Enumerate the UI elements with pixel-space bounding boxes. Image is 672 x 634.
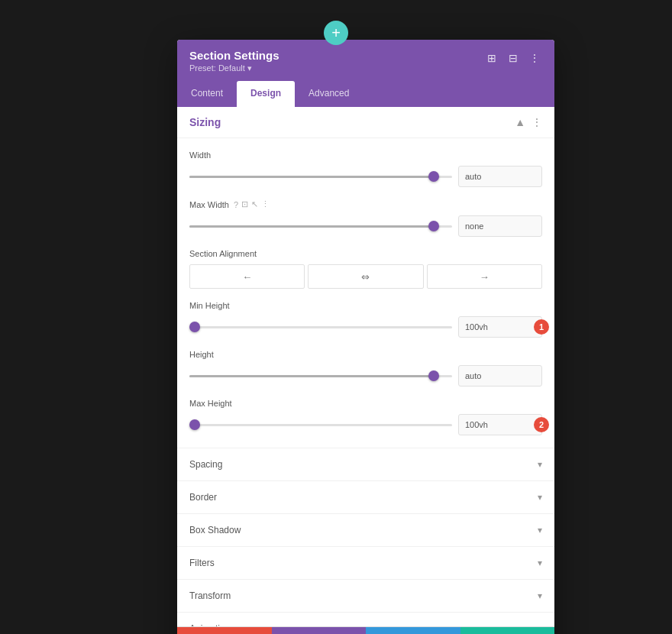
- sizing-more-icon[interactable]: ⋮: [531, 116, 542, 128]
- min-height-row: 100vh 1: [189, 316, 542, 338]
- tab-advanced[interactable]: Advanced: [295, 81, 363, 107]
- spacing-chevron: ▾: [538, 459, 542, 470]
- section-alignment-group: Section Alignment ← ⇔ →: [189, 249, 542, 289]
- max-width-icons: ? ⊡ ↖ ⋮: [234, 199, 270, 209]
- height-group: Height auto: [189, 350, 542, 387]
- min-height-value[interactable]: 100vh 1: [458, 316, 542, 338]
- width-value[interactable]: auto: [458, 166, 542, 187]
- animation-title: Animation: [189, 623, 230, 626]
- sizing-controls: ▲ ⋮: [515, 116, 542, 128]
- animation-header[interactable]: Animation ▾: [189, 613, 542, 626]
- panel-header-left: Section Settings Preset: Default ▾: [189, 49, 279, 73]
- transform-chevron: ▾: [538, 590, 542, 601]
- min-height-badge: 1: [534, 319, 549, 335]
- height-slider[interactable]: [189, 368, 452, 383]
- alignment-row: ← ⇔ →: [189, 264, 542, 289]
- filters-section: Filters ▾: [177, 546, 554, 579]
- border-chevron: ▾: [538, 492, 542, 503]
- panel-body: Sizing ▲ ⋮ Width auto: [177, 107, 554, 626]
- box-shadow-section: Box Shadow ▾: [177, 513, 554, 546]
- height-label: Height: [189, 350, 542, 359]
- layout-icon[interactable]: ⊟: [506, 50, 521, 66]
- min-height-group: Min Height 100vh 1: [189, 301, 542, 338]
- max-width-label: Max Width ? ⊡ ↖ ⋮: [189, 199, 542, 209]
- width-slider[interactable]: [189, 169, 452, 184]
- max-width-row: none: [189, 215, 542, 237]
- panel-footer: ✕ ↩ ↻ ✓: [177, 626, 554, 634]
- panel-subtitle: Preset: Default ▾: [189, 63, 279, 73]
- max-height-group: Max Height 100vh 2: [189, 399, 542, 435]
- max-width-value[interactable]: none: [458, 215, 542, 237]
- tab-content[interactable]: Content: [177, 81, 237, 107]
- help-icon[interactable]: ?: [234, 200, 238, 209]
- transform-section: Transform ▾: [177, 579, 554, 612]
- height-row: auto: [189, 365, 542, 387]
- max-width-group: Max Width ? ⊡ ↖ ⋮: [189, 199, 542, 237]
- responsive-icon[interactable]: ⊞: [484, 50, 499, 66]
- border-section: Border ▾: [177, 480, 554, 513]
- border-header[interactable]: Border ▾: [189, 481, 542, 513]
- sizing-title: Sizing: [189, 116, 221, 128]
- max-height-row: 100vh 2: [189, 414, 542, 435]
- box-shadow-header[interactable]: Box Shadow ▾: [189, 514, 542, 546]
- align-left-btn[interactable]: ←: [189, 264, 305, 289]
- spacing-title: Spacing: [189, 459, 222, 470]
- spacing-section: Spacing ▾: [177, 448, 554, 480]
- filters-title: Filters: [189, 558, 215, 568]
- tabs: Content Design Advanced: [177, 81, 554, 107]
- filters-header[interactable]: Filters ▾: [189, 547, 542, 579]
- width-row: auto: [189, 166, 542, 187]
- settings-content: Width auto Max Width: [177, 150, 554, 448]
- sizing-collapse-icon[interactable]: ▲: [515, 116, 525, 128]
- min-height-label: Min Height: [189, 301, 542, 310]
- max-height-badge: 2: [534, 417, 549, 432]
- animation-chevron: ▾: [538, 623, 542, 626]
- transform-title: Transform: [189, 590, 231, 601]
- section-alignment-label: Section Alignment: [189, 249, 542, 258]
- height-value[interactable]: auto: [458, 365, 542, 387]
- reset-button[interactable]: ↩: [272, 627, 367, 634]
- max-height-slider[interactable]: [189, 417, 452, 432]
- align-right-btn[interactable]: →: [427, 264, 542, 289]
- more-icon[interactable]: ⋮: [527, 50, 542, 66]
- transform-header[interactable]: Transform ▾: [189, 580, 542, 612]
- panel-title: Section Settings: [189, 49, 279, 62]
- max-height-label: Max Height: [189, 399, 542, 408]
- save-button[interactable]: ✓: [460, 627, 555, 634]
- width-label: Width: [189, 150, 542, 160]
- section-settings-panel: Section Settings Preset: Default ▾ ⊞ ⊟ ⋮…: [177, 40, 554, 634]
- spacing-header[interactable]: Spacing ▾: [189, 448, 542, 480]
- max-height-value[interactable]: 100vh 2: [458, 414, 542, 435]
- animation-section: Animation ▾: [177, 612, 554, 626]
- filters-chevron: ▾: [538, 558, 542, 568]
- panel-header-icons: ⊞ ⊟ ⋮: [484, 50, 542, 66]
- box-shadow-chevron: ▾: [538, 525, 542, 535]
- box-shadow-title: Box Shadow: [189, 525, 241, 535]
- width-group: Width auto: [189, 150, 542, 187]
- redo-button[interactable]: ↻: [366, 627, 460, 634]
- max-width-slider[interactable]: [189, 218, 452, 234]
- panel-header: Section Settings Preset: Default ▾ ⊞ ⊟ ⋮: [177, 40, 554, 81]
- copy-icon[interactable]: ⊡: [241, 199, 248, 209]
- sizing-section-header: Sizing ▲ ⋮: [177, 107, 554, 138]
- dots-icon[interactable]: ⋮: [261, 199, 270, 209]
- tab-design[interactable]: Design: [237, 81, 295, 107]
- add-button[interactable]: +: [324, 21, 348, 45]
- min-height-slider[interactable]: [189, 319, 452, 335]
- cancel-button[interactable]: ✕: [177, 627, 272, 634]
- pointer-icon[interactable]: ↖: [251, 199, 258, 209]
- border-title: Border: [189, 492, 217, 503]
- align-center-btn[interactable]: ⇔: [308, 264, 423, 289]
